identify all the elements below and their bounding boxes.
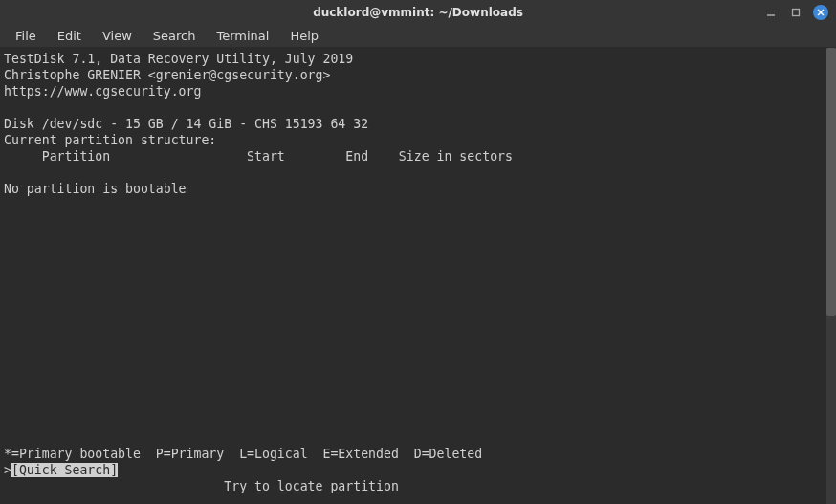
structure-heading: Current partition structure: — [4, 132, 832, 148]
terminal-output[interactable]: TestDisk 7.1, Data Recovery Utility, Jul… — [0, 48, 836, 504]
url-line: https://www.cgsecurity.org — [4, 83, 832, 99]
blank-line — [4, 99, 832, 116]
footer-block: *=Primary bootable P=Primary L=Logical E… — [4, 446, 823, 494]
app-version-line: TestDisk 7.1, Data Recovery Utility, Jul… — [4, 51, 832, 67]
window-controls — [763, 0, 828, 25]
menu-terminal[interactable]: Terminal — [207, 27, 278, 45]
scrollbar-track[interactable] — [826, 48, 836, 504]
menu-help[interactable]: Help — [280, 27, 328, 45]
scrollbar-thumb[interactable] — [826, 48, 836, 316]
author-line: Christophe GRENIER <grenier@cgsecurity.o… — [4, 67, 832, 83]
svg-rect-1 — [793, 10, 800, 16]
menu-file[interactable]: File — [6, 27, 46, 45]
partition-type-legend: *=Primary bootable P=Primary L=Logical E… — [4, 446, 823, 462]
column-headers: Partition Start End Size in sectors — [4, 148, 832, 164]
menubar: File Edit View Search Terminal Help — [0, 25, 836, 48]
menu-selection-line: >[Quick Search] — [4, 462, 823, 478]
blank-line — [4, 164, 832, 181]
quick-search-option[interactable]: [Quick Search] — [11, 463, 118, 477]
menu-edit[interactable]: Edit — [48, 27, 91, 45]
close-button[interactable] — [813, 5, 828, 20]
menu-view[interactable]: View — [93, 27, 142, 45]
menu-search[interactable]: Search — [143, 27, 206, 45]
minimize-button[interactable] — [763, 5, 779, 20]
window-titlebar: ducklord@vmmint: ~/Downloads — [0, 0, 836, 25]
hint-line: Try to locate partition — [4, 478, 823, 494]
prompt-caret: > — [4, 463, 11, 477]
disk-info-line: Disk /dev/sdc - 15 GB / 14 GiB - CHS 151… — [4, 116, 832, 132]
status-message: No partition is bootable — [4, 181, 832, 197]
maximize-button[interactable] — [788, 5, 803, 20]
window-title: ducklord@vmmint: ~/Downloads — [313, 6, 523, 19]
